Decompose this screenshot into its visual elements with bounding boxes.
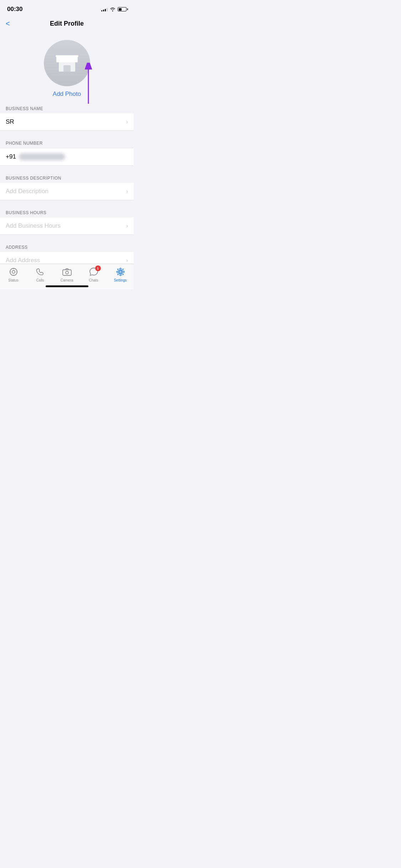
tab-camera-label: Camera — [61, 278, 73, 282]
tab-calls-icon-wrap — [35, 267, 45, 277]
settings-icon — [116, 267, 125, 277]
tab-settings[interactable]: Settings — [110, 267, 131, 282]
svg-point-13 — [66, 271, 68, 274]
status-icons — [101, 7, 127, 11]
add-photo-button[interactable]: Add Photo — [53, 91, 81, 98]
nav-header: < Edit Profile — [0, 16, 134, 31]
avatar[interactable] — [44, 40, 90, 86]
description-placeholder: Add Description — [6, 188, 48, 195]
address-placeholder: Add Address — [6, 257, 40, 264]
svg-point-14 — [119, 271, 122, 273]
section-business-name-header: BUSINESS NAME — [0, 103, 134, 113]
store-icon — [55, 52, 79, 74]
svg-point-9 — [13, 275, 14, 276]
svg-point-15 — [118, 270, 123, 274]
hours-placeholder: Add Business Hours — [6, 222, 61, 229]
svg-point-10 — [10, 272, 11, 273]
home-indicator — [46, 285, 88, 287]
svg-rect-3 — [56, 55, 78, 57]
tab-status-icon-wrap — [9, 267, 19, 277]
status-icon — [9, 267, 18, 277]
phone-prefix: +91 — [6, 153, 16, 160]
tab-status-label: Status — [8, 278, 18, 282]
status-bar: 00:30 — [0, 0, 134, 16]
chevron-icon: › — [126, 257, 128, 264]
chevron-icon: › — [126, 188, 128, 195]
svg-rect-2 — [63, 65, 71, 72]
svg-point-7 — [12, 270, 15, 273]
tab-settings-label: Settings — [114, 278, 127, 282]
wifi-icon — [110, 7, 115, 11]
tab-calls[interactable]: Calls — [30, 267, 51, 282]
form-content: BUSINESS NAME SR › PHONE NUMBER +91 BUSI… — [0, 103, 134, 269]
phone-row: +91 — [0, 148, 134, 166]
avatar-section: Add Photo — [0, 31, 134, 103]
svg-point-11 — [16, 272, 17, 273]
tab-chats[interactable]: 1 Chats — [83, 267, 104, 282]
battery-icon — [118, 7, 127, 11]
svg-rect-12 — [63, 270, 71, 275]
camera-icon — [62, 268, 72, 276]
business-name-row[interactable]: SR › — [0, 113, 134, 131]
status-time: 00:30 — [7, 6, 22, 13]
tab-camera-icon-wrap — [62, 267, 72, 277]
tab-status[interactable]: Status — [3, 267, 24, 282]
section-hours-header: BUSINESS HOURS — [0, 207, 134, 217]
tab-settings-icon-wrap — [115, 267, 125, 277]
svg-point-8 — [13, 268, 14, 269]
calls-icon — [36, 268, 45, 276]
phone-number-blurred — [19, 153, 65, 160]
svg-point-6 — [10, 268, 17, 275]
chats-badge: 1 — [95, 265, 101, 271]
hours-row[interactable]: Add Business Hours › — [0, 217, 134, 235]
section-phone-header: PHONE NUMBER — [0, 138, 134, 148]
back-button[interactable]: < — [6, 20, 10, 28]
section-description-header: BUSINESS DESCRIPTION — [0, 173, 134, 183]
tab-camera[interactable]: Camera — [56, 267, 78, 282]
business-name-value: SR — [6, 118, 14, 125]
chevron-icon: › — [126, 223, 128, 229]
signal-icon — [101, 7, 108, 11]
chevron-icon: › — [126, 119, 128, 125]
section-address-header: ADDRESS — [0, 242, 134, 252]
description-row[interactable]: Add Description › — [0, 183, 134, 200]
page-title: Edit Profile — [50, 20, 84, 27]
tab-calls-label: Calls — [36, 278, 44, 282]
tab-chats-icon-wrap: 1 — [89, 267, 99, 277]
tab-chats-label: Chats — [89, 278, 98, 282]
